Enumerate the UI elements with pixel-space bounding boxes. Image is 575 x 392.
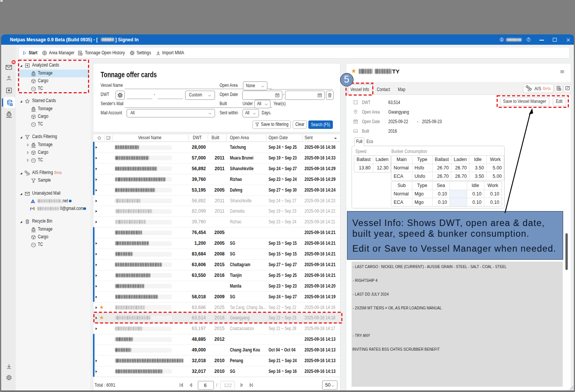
svg-text:TC: TC: [32, 159, 35, 161]
svg-text:TC: TC: [32, 123, 35, 125]
svg-text:TC: TC: [32, 244, 35, 246]
